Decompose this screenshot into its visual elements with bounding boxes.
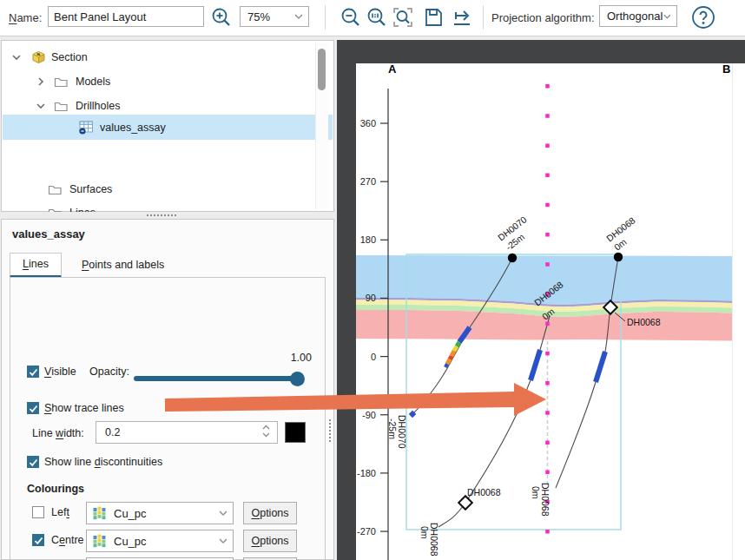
help-button[interactable]	[689, 3, 717, 31]
opacity-slider[interactable]	[134, 376, 302, 381]
line-colour-swatch[interactable]	[285, 422, 306, 443]
show-trace-lines-checkbox[interactable]	[27, 402, 39, 414]
chevron-right-icon[interactable]	[36, 76, 46, 87]
zoom-in-icon	[210, 6, 233, 29]
eoh-label-dh0068-offset: 0m	[531, 486, 541, 499]
show-line-discontinuities-label: Show line discontinuities	[44, 456, 162, 468]
spinner-down-icon[interactable]	[262, 432, 270, 438]
tab-points-and-labels[interactable]: Points and labels	[71, 254, 175, 276]
save-icon	[422, 6, 445, 29]
interval-blue	[445, 364, 447, 367]
section-icon	[31, 50, 46, 64]
export-button[interactable]	[450, 5, 474, 30]
help-icon	[690, 4, 716, 30]
save-button[interactable]	[421, 5, 445, 30]
opacity-value: 1.00	[280, 352, 312, 364]
collar-dh0070	[508, 254, 517, 262]
opacity-slider-thumb[interactable]	[290, 372, 305, 386]
zoom-to-fit-icon	[392, 6, 414, 29]
tree-scrollbar-thumb[interactable]	[318, 49, 326, 90]
spinner-up-icon[interactable]	[262, 425, 270, 430]
one-to-one-icon	[366, 6, 388, 29]
tree-item-values-assay[interactable]: values_assay	[3, 115, 333, 140]
visible-checkbox[interactable]	[27, 366, 39, 378]
tree-scrollbar[interactable]	[315, 43, 328, 209]
properties-panel: values_assay Lines Points and labels 1.0…	[1, 219, 334, 560]
zoom-out-icon	[340, 6, 362, 29]
colouring-left-select[interactable]: Cu_pc	[86, 502, 234, 524]
chevron-down-icon[interactable]	[36, 101, 46, 111]
panel-splitter-vertical[interactable]	[329, 419, 331, 442]
layout-name-input[interactable]	[48, 6, 204, 27]
diamond-marker	[458, 496, 472, 510]
chevron-down-icon	[218, 537, 228, 544]
chevron-down-icon[interactable]	[11, 52, 22, 63]
axis-tick-label: 360	[360, 118, 376, 128]
chevron-down-icon	[293, 13, 304, 20]
projection-algorithm-label: Projection algorithm:	[491, 11, 595, 24]
interval-red	[450, 356, 452, 359]
zoom-out-button[interactable]	[339, 5, 363, 30]
axis-tick-label: 270	[360, 176, 376, 187]
line-width-label: Line width:	[32, 427, 84, 439]
zoom-to-selection-button[interactable]	[391, 5, 415, 30]
check-icon	[34, 537, 43, 545]
colouring-centre-label: Centre	[51, 534, 84, 546]
colouring-centre-options-button[interactable]: Options	[243, 530, 297, 552]
project-tree-panel: Section Models Drillholes values_assay S…	[1, 40, 334, 212]
visible-label: Visible	[44, 366, 76, 378]
tree-item-label: Drillholes	[76, 100, 120, 112]
toolbar-separator	[483, 5, 484, 30]
colouring-left-options-button[interactable]: Options	[243, 502, 297, 524]
axis-tick-label: 0	[371, 352, 376, 362]
lines-tab-content: 1.00 Visible Opacity: Show trace lines L…	[10, 277, 326, 560]
projection-algorithm-select[interactable]: Orthogonal	[599, 5, 677, 27]
tree-item-surfaces[interactable]: Surfaces	[3, 177, 333, 201]
colour-map-icon	[93, 506, 107, 520]
opacity-label: Opacity:	[89, 366, 129, 378]
axis-tick-label: 180	[360, 234, 376, 245]
tree-item-section[interactable]: Section	[3, 45, 333, 69]
line-width-spinbox[interactable]: 0.2	[96, 421, 278, 444]
section-canvas[interactable]: 360270180900-90-180-270 A B DH0070 -25m …	[356, 63, 745, 560]
tab-lines[interactable]: Lines	[10, 253, 62, 278]
zoom-level-select[interactable]: 75%	[240, 6, 309, 27]
colouring-left-checkbox[interactable]	[32, 506, 44, 518]
axis-tick-label: -180	[357, 468, 376, 478]
colouring-left-label: Left	[51, 506, 69, 518]
interval-orange	[447, 359, 450, 364]
tree-item-models[interactable]: Models	[3, 69, 333, 94]
eoh-label-dh0070-offset: -25m	[387, 418, 398, 439]
section-drawing: 360270180900-90-180-270 A B DH0070 -25m …	[356, 63, 745, 560]
folder-icon	[48, 182, 63, 196]
zoom-in-button[interactable]	[209, 5, 234, 30]
properties-title: values_assay	[12, 227, 85, 240]
show-trace-lines-label: Show trace lines	[44, 402, 124, 414]
axis-tick-label: -90	[362, 410, 376, 420]
colouring-left-value: Cu_pc	[107, 507, 218, 520]
colourings-heading: Colourings	[27, 483, 84, 495]
colouring-centre-checkbox[interactable]	[32, 534, 44, 546]
toolbar: Name: 75%	[0, 0, 745, 36]
export-icon	[450, 5, 474, 30]
eoh-label-dh0068-offset: 0m	[419, 526, 430, 539]
interval-blue	[596, 352, 605, 382]
axis-tick-label: -270	[357, 526, 376, 537]
interval-yellow	[454, 346, 457, 351]
zoom-level-value: 75%	[241, 10, 293, 23]
panel-splitter-horizontal[interactable]	[1, 212, 334, 219]
tree-item-label: Section	[51, 51, 88, 63]
assay-table-icon	[79, 121, 94, 135]
colouring-centre-select[interactable]: Cu_pc	[86, 530, 234, 552]
show-line-discontinuities-checkbox[interactable]	[27, 456, 39, 468]
tree-item-label: Models	[76, 76, 110, 88]
interval-blue	[531, 350, 540, 380]
colouring-centre-value: Cu_pc	[107, 535, 218, 548]
check-icon	[29, 458, 38, 467]
chevron-down-icon	[218, 510, 228, 517]
diamond-label-dh0068: DH0068	[467, 487, 501, 497]
interval-orange	[452, 351, 454, 356]
diamond-label-dh0068: DH0068	[627, 317, 661, 327]
zoom-one-to-one-button[interactable]	[365, 5, 389, 30]
spinner-arrows[interactable]	[262, 425, 270, 438]
